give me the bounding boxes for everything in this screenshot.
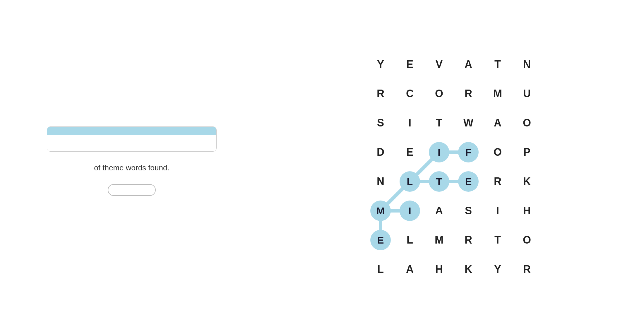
grid-cell-1-3[interactable]: R: [454, 79, 483, 108]
grid-cell-7-3[interactable]: K: [454, 255, 483, 284]
theme-card: [47, 126, 217, 152]
grid-cell-6-4[interactable]: T: [483, 225, 512, 255]
hint-button[interactable]: [108, 184, 156, 196]
grid-cell-4-4[interactable]: R: [483, 167, 512, 196]
grid-cell-1-5[interactable]: U: [512, 79, 542, 108]
grid-cell-2-0[interactable]: S: [366, 108, 395, 138]
grid-cell-1-1[interactable]: C: [395, 79, 424, 108]
found-suffix: theme words found.: [102, 163, 169, 172]
grid-cell-2-1[interactable]: I: [395, 108, 424, 138]
grid-cell-0-0[interactable]: Y: [366, 50, 395, 79]
grid-cell-5-3[interactable]: S: [454, 196, 483, 225]
grid-cell-3-0[interactable]: D: [366, 138, 395, 167]
grid-cell-3-5[interactable]: P: [512, 138, 542, 167]
grid-cell-6-1[interactable]: L: [395, 225, 424, 255]
grid-cell-7-0[interactable]: L: [366, 255, 395, 284]
grid-cell-5-0[interactable]: M: [366, 196, 395, 225]
grid-cell-6-0[interactable]: E: [366, 225, 395, 255]
grid-cell-4-1[interactable]: L: [395, 167, 424, 196]
right-panel: YEVATNRCORMUSITWAODEIFOPNLTERKMIASIHELMR…: [263, 26, 644, 296]
grid-cell-7-1[interactable]: A: [395, 255, 424, 284]
grid-cell-4-5[interactable]: K: [512, 167, 542, 196]
grid-cell-4-3[interactable]: E: [454, 167, 483, 196]
found-of: of: [94, 163, 102, 172]
grid-cell-4-2[interactable]: T: [424, 167, 454, 196]
grid-cell-2-4[interactable]: A: [483, 108, 512, 138]
grid-cell-5-4[interactable]: I: [483, 196, 512, 225]
grid-cell-7-4[interactable]: Y: [483, 255, 512, 284]
word-grid: YEVATNRCORMUSITWAODEIFOPNLTERKMIASIHELMR…: [366, 50, 542, 284]
grid-cell-5-2[interactable]: A: [424, 196, 454, 225]
grid-cell-0-2[interactable]: V: [424, 50, 454, 79]
grid-cell-1-4[interactable]: M: [483, 79, 512, 108]
grid-cell-0-5[interactable]: N: [512, 50, 542, 79]
grid-cell-6-3[interactable]: R: [454, 225, 483, 255]
theme-label: [47, 127, 216, 135]
grid-cell-6-2[interactable]: M: [424, 225, 454, 255]
grid-cell-0-4[interactable]: T: [483, 50, 512, 79]
grid-cell-3-3[interactable]: F: [454, 138, 483, 167]
grid-cell-0-1[interactable]: E: [395, 50, 424, 79]
grid-cell-1-0[interactable]: R: [366, 79, 395, 108]
grid-cell-4-0[interactable]: N: [366, 167, 395, 196]
grid-cell-5-5[interactable]: H: [512, 196, 542, 225]
grid-cell-6-5[interactable]: O: [512, 225, 542, 255]
grid-cell-2-2[interactable]: T: [424, 108, 454, 138]
left-panel: of theme words found.: [0, 109, 263, 213]
grid-cell-7-5[interactable]: R: [512, 255, 542, 284]
grid-cell-2-3[interactable]: W: [454, 108, 483, 138]
grid-cell-1-2[interactable]: O: [424, 79, 454, 108]
grid-cell-3-1[interactable]: E: [395, 138, 424, 167]
grid-cell-3-4[interactable]: O: [483, 138, 512, 167]
theme-value: [47, 135, 216, 151]
grid-cell-3-2[interactable]: I: [424, 138, 454, 167]
grid-cell-0-3[interactable]: A: [454, 50, 483, 79]
grid-cell-7-2[interactable]: H: [424, 255, 454, 284]
grid-cell-2-5[interactable]: O: [512, 108, 542, 138]
found-text: of theme words found.: [94, 163, 169, 172]
grid-cell-5-1[interactable]: I: [395, 196, 424, 225]
